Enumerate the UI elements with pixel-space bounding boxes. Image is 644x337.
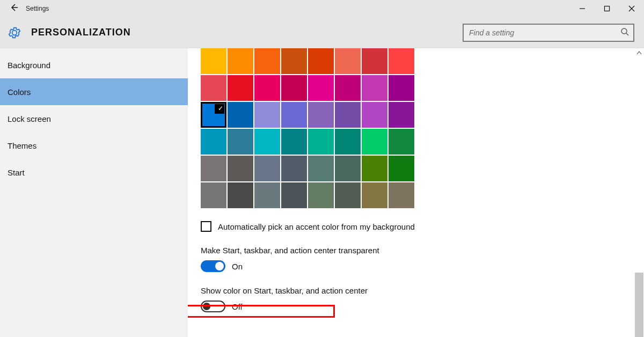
titlebar: Settings (0, 0, 644, 17)
sidebar-item-colors[interactable]: Colors (0, 78, 188, 105)
search-icon (620, 27, 629, 38)
annotation-highlight (188, 305, 335, 318)
sidebar-item-label: Start (8, 168, 25, 177)
transparent-toggle[interactable] (201, 260, 225, 272)
color-swatch[interactable] (281, 75, 307, 101)
transparent-setting: Make Start, taskbar, and action center t… (201, 246, 634, 272)
settings-window: Settings PERSONALIZATION Background Colo… (0, 0, 644, 337)
color-swatch[interactable] (228, 102, 253, 128)
color-swatch[interactable] (389, 75, 414, 101)
sidebar-item-background[interactable]: Background (0, 52, 188, 78)
color-swatch[interactable] (389, 182, 414, 208)
color-swatch[interactable] (362, 102, 387, 128)
color-swatch-grid: ✓ (201, 48, 634, 208)
window-title: Settings (26, 5, 49, 12)
color-swatch[interactable] (281, 102, 307, 128)
content-wrap: ✓ Automatically pick an accent color fro… (188, 48, 644, 337)
show-color-label: Show color on Start, taskbar, and action… (201, 286, 634, 295)
color-swatch[interactable] (335, 75, 361, 101)
search-input[interactable] (469, 28, 620, 37)
color-swatch[interactable] (254, 129, 280, 155)
transparent-label: Make Start, taskbar, and action center t… (201, 246, 634, 255)
color-swatch[interactable]: ✓ (201, 102, 226, 128)
color-swatch[interactable] (228, 75, 253, 101)
gear-icon (8, 26, 21, 40)
color-swatch[interactable] (362, 75, 387, 101)
sidebar-item-label: Lock screen (8, 114, 51, 123)
color-swatch[interactable] (335, 129, 361, 155)
sidebar-item-label: Themes (8, 141, 36, 150)
color-swatch[interactable] (389, 48, 414, 74)
color-swatch[interactable] (308, 75, 334, 101)
auto-pick-label: Automatically pick an accent color from … (218, 222, 415, 231)
color-swatch[interactable] (362, 48, 387, 74)
body: Background Colors Lock screen Themes Sta… (0, 48, 644, 337)
color-swatch[interactable] (254, 48, 280, 74)
maximize-button[interactable] (595, 0, 619, 17)
color-swatch[interactable] (201, 129, 226, 155)
color-swatch[interactable] (308, 182, 334, 208)
transparent-state: On (232, 262, 243, 271)
color-swatch[interactable] (335, 156, 361, 181)
color-swatch[interactable] (308, 102, 334, 128)
color-swatch[interactable] (228, 48, 253, 74)
content: ✓ Automatically pick an accent color fro… (188, 48, 634, 337)
color-swatch[interactable] (254, 156, 280, 181)
sidebar-item-label: Background (8, 61, 50, 70)
show-color-setting: Show color on Start, taskbar, and action… (201, 286, 634, 312)
color-swatch[interactable] (254, 182, 280, 208)
color-swatch[interactable] (281, 156, 307, 181)
back-button[interactable] (10, 3, 18, 14)
color-swatch[interactable] (201, 156, 226, 181)
search-field[interactable] (463, 24, 634, 42)
auto-pick-row[interactable]: Automatically pick an accent color from … (201, 221, 634, 232)
color-swatch[interactable] (281, 182, 307, 208)
sidebar-item-label: Colors (8, 87, 31, 97)
section-title: PERSONALIZATION (31, 27, 131, 38)
color-swatch[interactable] (335, 102, 361, 128)
sidebar: Background Colors Lock screen Themes Sta… (0, 48, 188, 337)
color-swatch[interactable] (201, 75, 226, 101)
color-swatch[interactable] (281, 48, 307, 74)
close-button[interactable] (619, 0, 644, 17)
color-swatch[interactable] (308, 156, 334, 181)
sidebar-item-themes[interactable]: Themes (0, 132, 188, 159)
color-swatch[interactable] (362, 182, 387, 208)
color-swatch[interactable] (201, 182, 226, 208)
scroll-up-icon[interactable] (634, 48, 644, 58)
svg-line-5 (626, 33, 628, 35)
color-swatch[interactable] (308, 129, 334, 155)
color-swatch[interactable] (228, 182, 253, 208)
color-swatch[interactable] (335, 182, 361, 208)
color-swatch[interactable] (254, 75, 280, 101)
check-icon: ✓ (218, 105, 223, 112)
minimize-button[interactable] (570, 0, 595, 17)
color-swatch[interactable] (228, 129, 253, 155)
header: PERSONALIZATION (0, 17, 644, 48)
color-swatch[interactable] (389, 129, 414, 155)
color-swatch[interactable] (389, 102, 414, 128)
scroll-thumb[interactable] (635, 273, 643, 337)
color-swatch[interactable] (254, 102, 280, 128)
svg-rect-1 (605, 6, 610, 11)
scrollbar[interactable] (634, 48, 644, 337)
sidebar-item-lock-screen[interactable]: Lock screen (0, 105, 188, 132)
svg-point-4 (621, 28, 627, 34)
color-swatch[interactable] (389, 156, 414, 181)
color-swatch[interactable] (308, 48, 334, 74)
color-swatch[interactable] (335, 48, 361, 74)
color-swatch[interactable] (201, 48, 226, 74)
auto-pick-checkbox[interactable] (201, 221, 211, 232)
color-swatch[interactable] (362, 156, 387, 181)
color-swatch[interactable] (281, 129, 307, 155)
sidebar-item-start[interactable]: Start (0, 159, 188, 186)
color-swatch[interactable] (362, 129, 387, 155)
color-swatch[interactable] (228, 156, 253, 181)
